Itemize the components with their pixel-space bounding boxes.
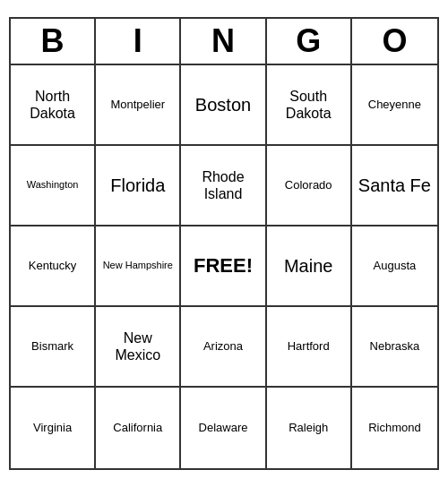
bingo-cell[interactable]: Montpelier [96, 65, 181, 146]
cell-text: Cheyenne [368, 98, 421, 112]
bingo-cell[interactable]: Boston [181, 65, 266, 146]
cell-text: Virginia [33, 421, 72, 435]
bingo-cell[interactable]: Kentucky [11, 226, 96, 307]
bingo-cell[interactable]: North Dakota [11, 65, 96, 146]
bingo-cell[interactable]: New Hampshire [96, 226, 181, 307]
bingo-cell[interactable]: Rhode Island [181, 146, 266, 226]
bingo-cell[interactable]: Maine [267, 226, 352, 307]
cell-text: New Mexico [99, 329, 176, 363]
bingo-cell[interactable]: Hartford [267, 307, 352, 388]
cell-text: Raleigh [289, 421, 328, 435]
header-letter: N [181, 19, 266, 64]
bingo-cell[interactable]: Colorado [267, 146, 352, 226]
cell-text: New Hampshire [103, 260, 173, 271]
cell-text: Florida [110, 175, 165, 196]
bingo-cell[interactable]: Augusta [352, 226, 437, 307]
bingo-cell[interactable]: South Dakota [267, 65, 352, 146]
cell-text: Kentucky [29, 259, 76, 273]
bingo-cell[interactable]: Arizona [181, 307, 266, 388]
bingo-grid: North DakotaMontpelierBostonSouth Dakota… [11, 65, 437, 468]
bingo-cell[interactable]: Bismark [11, 307, 96, 388]
cell-text: FREE! [194, 254, 253, 278]
bingo-cell[interactable]: California [96, 388, 181, 468]
header-letter: G [267, 19, 352, 64]
header-letter: B [11, 19, 96, 64]
bingo-cell[interactable]: New Mexico [96, 307, 181, 388]
cell-text: Delaware [199, 421, 248, 435]
cell-text: North Dakota [14, 88, 90, 122]
bingo-cell[interactable]: Santa Fe [352, 146, 437, 226]
bingo-cell[interactable]: FREE! [181, 226, 266, 307]
cell-text: Augusta [374, 259, 417, 273]
cell-text: California [113, 421, 162, 435]
cell-text: Santa Fe [358, 175, 431, 196]
cell-text: Bismark [31, 339, 73, 354]
bingo-cell[interactable]: Nebraska [352, 307, 437, 388]
header-letter: I [96, 19, 181, 64]
bingo-cell[interactable]: Cheyenne [352, 65, 437, 146]
cell-text: Hartford [288, 339, 330, 354]
cell-text: South Dakota [271, 88, 347, 122]
bingo-header: BINGO [11, 19, 437, 65]
bingo-cell[interactable]: Washington [11, 146, 96, 226]
cell-text: Rhode Island [185, 168, 261, 202]
bingo-cell[interactable]: Delaware [181, 388, 266, 468]
cell-text: Maine [284, 255, 332, 277]
cell-text: Boston [195, 94, 251, 115]
bingo-cell[interactable]: Richmond [352, 388, 437, 468]
cell-text: Arizona [203, 339, 243, 354]
cell-text: Colorado [285, 178, 332, 192]
bingo-cell[interactable]: Raleigh [267, 388, 352, 468]
cell-text: Montpelier [110, 98, 165, 112]
cell-text: Richmond [368, 421, 421, 435]
cell-text: Washington [27, 179, 79, 191]
cell-text: Nebraska [370, 339, 420, 354]
bingo-cell[interactable]: Virginia [11, 388, 96, 468]
bingo-card: BINGO North DakotaMontpelierBostonSouth … [9, 17, 439, 470]
header-letter: O [352, 19, 437, 64]
bingo-cell[interactable]: Florida [96, 146, 181, 226]
